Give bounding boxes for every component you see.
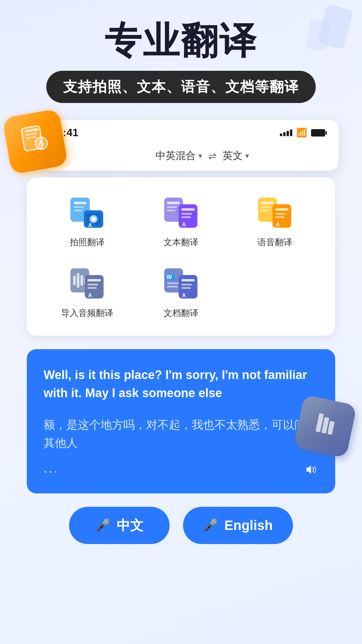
svg-rect-46 [167,282,180,284]
svg-rect-41 [87,287,97,289]
chinese-lang-button[interactable]: 🎤 中文 [69,507,170,544]
nav-bar: ＜ 中英混合 ▾ ⇌ 英文 ▾ [44,142,339,171]
text-translate-label: 文本翻译 [164,236,198,248]
target-lang-arrow: ▾ [245,152,249,160]
phone-mockup-wrapper: A 9:41 📶 [17,120,345,493]
source-language[interactable]: 中英混合 ▾ [156,149,202,163]
battery-icon [311,129,325,137]
svg-rect-21 [181,213,192,215]
doc-translate-item[interactable]: W A 文档翻译 [151,265,211,319]
orange-3d-icon: A [7,113,74,180]
speaker-button[interactable] [304,462,318,480]
main-title: 专业翻译 [17,20,345,61]
photo-translate-label: 拍照翻译 [70,236,105,248]
voice-translate-item[interactable]: A 语音翻译 [245,194,305,248]
language-selector[interactable]: 中英混合 ▾ ⇌ 英文 ▾ [79,149,325,163]
gray-3d-icon [298,399,352,453]
svg-rect-28 [273,204,291,228]
svg-text:A: A [182,222,186,227]
svg-rect-26 [261,206,271,208]
signal-bars-icon [280,129,292,136]
target-lang-label: 英文 [223,149,243,163]
svg-rect-30 [275,213,286,215]
english-lang-button[interactable]: 🎤 English [183,507,293,544]
svg-text:A: A [276,222,280,227]
svg-rect-29 [275,208,289,211]
photo-translate-icon: A [69,194,106,231]
translation-grid-card: A 拍照翻译 [27,177,335,336]
photo-translate-item[interactable]: A 拍照翻译 [57,194,117,248]
translation-actions: ··· [44,462,318,480]
page-wrapper: 专业翻译 支持拍照、文本、语音、文档等翻译 A [0,0,362,644]
svg-rect-7 [74,202,86,204]
svg-rect-40 [87,284,98,285]
text-translate-item[interactable]: A 文本翻译 [151,194,211,248]
svg-rect-55 [327,421,335,435]
svg-rect-50 [181,284,192,285]
svg-rect-27 [261,210,269,211]
source-lang-label: 中英混合 [156,149,196,163]
source-lang-arrow: ▾ [198,152,202,160]
svg-rect-19 [179,204,197,228]
svg-rect-25 [261,202,274,204]
svg-rect-36 [80,275,83,286]
grid-row-2: A 导入音频翻译 W [40,265,322,319]
phone-card: 9:41 📶 ＜ 中英混合 [44,120,339,171]
svg-rect-20 [181,208,195,211]
subtitle-pill: 支持拍照、文本、语音、文档等翻译 [46,71,316,103]
svg-rect-39 [87,279,101,281]
title-section: 专业翻译 支持拍照、文本、语音、文档等翻译 [17,20,345,103]
svg-rect-47 [167,286,178,287]
svg-rect-8 [74,206,84,208]
audio-import-icon: A [69,265,106,302]
svg-rect-51 [181,287,191,289]
svg-rect-22 [181,216,191,218]
svg-rect-38 [85,275,104,299]
text-translate-icon: A [163,194,199,231]
english-mic-icon: 🎤 [203,518,218,532]
voice-translate-label: 语音翻译 [257,236,292,248]
svg-rect-35 [77,273,79,288]
english-translation-text: Well, is it this place? I'm sorry, I'm n… [44,366,318,402]
audio-import-label: 导入音频翻译 [61,307,113,319]
svg-rect-31 [275,216,285,218]
grid-row-1: A 拍照翻译 [40,194,322,248]
bottom-buttons: 🎤 中文 🎤 English [17,507,345,551]
svg-rect-34 [73,276,76,285]
svg-rect-17 [167,206,177,208]
audio-import-item[interactable]: A 导入音频翻译 [57,265,117,319]
svg-rect-9 [74,210,82,211]
svg-text:A: A [88,222,92,228]
svg-text:A: A [88,292,92,298]
wifi-icon: 📶 [296,127,307,138]
status-bar: 9:41 📶 [44,120,339,142]
svg-rect-16 [167,202,180,204]
bg-decoration-2 [306,19,330,51]
svg-rect-48 [179,275,197,299]
orange-icon-symbol: A [17,122,53,161]
english-lang-label: English [224,518,273,533]
translation-result-card: Well, is it this place? I'm sorry, I'm n… [27,349,335,493]
chinese-lang-label: 中文 [117,516,143,535]
svg-point-13 [91,217,96,221]
status-icons: 📶 [280,127,325,138]
doc-translate-icon: W A [163,265,199,302]
gray-icon-symbol [309,408,342,445]
voice-translate-icon: A [256,194,293,231]
chinese-translation-text: 额，是这个地方吗，对不起，我也不太熟悉，可以问下其他人 [44,416,318,452]
target-language[interactable]: 英文 ▾ [223,149,249,163]
svg-rect-49 [181,279,195,281]
svg-text:W: W [166,274,172,280]
svg-rect-18 [167,210,175,211]
more-options-button[interactable]: ··· [44,464,59,479]
svg-text:A: A [182,292,186,298]
swap-languages-button[interactable]: ⇌ [208,150,217,162]
chinese-mic-icon: 🎤 [96,518,111,532]
doc-translate-label: 文档翻译 [164,307,198,319]
